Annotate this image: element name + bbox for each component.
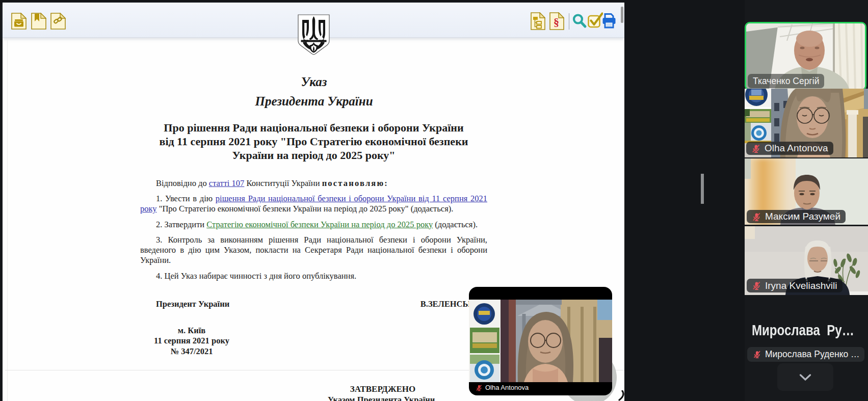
svg-text:§: § <box>554 16 559 29</box>
